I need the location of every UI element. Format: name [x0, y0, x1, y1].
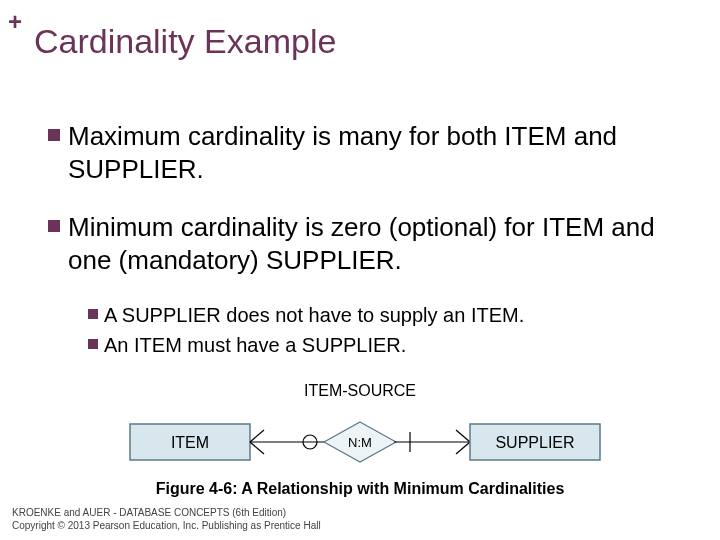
cardinality-label: N:M — [348, 435, 372, 450]
sub-bullet-list: A SUPPLIER does not have to supply an IT… — [88, 302, 672, 358]
content-area: Maximum cardinality is many for both ITE… — [48, 120, 672, 362]
crows-foot-icon — [456, 430, 470, 442]
sub-bullet-item: A SUPPLIER does not have to supply an IT… — [88, 302, 672, 328]
entity-label-left: ITEM — [171, 434, 209, 451]
crows-foot-icon — [250, 430, 264, 442]
sub-bullet-text: A SUPPLIER does not have to supply an IT… — [104, 302, 524, 328]
bullet-marker-icon — [88, 309, 98, 319]
bullet-marker-icon — [88, 339, 98, 349]
figure-caption: Figure 4-6: A Relationship with Minimum … — [0, 480, 720, 498]
bullet-text: Minimum cardinality is zero (optional) f… — [68, 211, 672, 276]
bullet-marker-icon — [48, 129, 60, 141]
page-title: Cardinality Example — [34, 22, 336, 61]
sub-bullet-item: An ITEM must have a SUPPLIER. — [88, 332, 672, 358]
crows-foot-icon — [250, 442, 264, 454]
bullet-text: Maximum cardinality is many for both ITE… — [68, 120, 672, 185]
footer-line: KROENKE and AUER - DATABASE CONCEPTS (6t… — [12, 506, 321, 519]
plus-icon: + — [8, 8, 22, 36]
bullet-marker-icon — [48, 220, 60, 232]
footer: KROENKE and AUER - DATABASE CONCEPTS (6t… — [12, 506, 321, 532]
diagram-svg: ITEM-SOURCE ITEM N:M SUPPLIER — [100, 380, 620, 480]
er-diagram: ITEM-SOURCE ITEM N:M SUPPLIER — [0, 380, 720, 480]
sub-bullet-text: An ITEM must have a SUPPLIER. — [104, 332, 406, 358]
relationship-label: ITEM-SOURCE — [304, 382, 416, 399]
crows-foot-icon — [456, 442, 470, 454]
bullet-item: Minimum cardinality is zero (optional) f… — [48, 211, 672, 276]
bullet-item: Maximum cardinality is many for both ITE… — [48, 120, 672, 185]
entity-label-right: SUPPLIER — [495, 434, 574, 451]
footer-line: Copyright © 2013 Pearson Education, Inc.… — [12, 519, 321, 532]
